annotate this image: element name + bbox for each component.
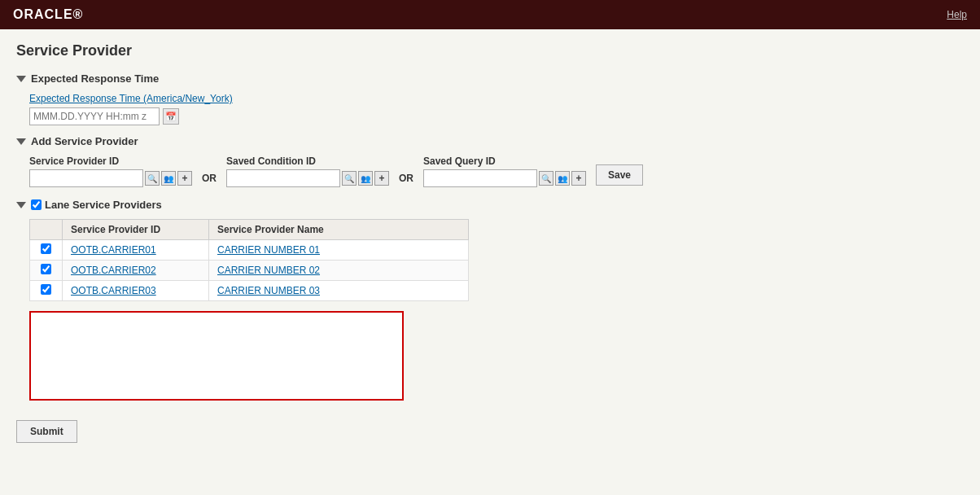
sp-id-label: Service Provider ID: [29, 156, 192, 167]
or-label-1: OR: [202, 172, 217, 187]
sp-table-header-checkbox: [30, 220, 63, 240]
table-row: OOTB.CARRIER01 CARRIER NUMBER 01: [30, 240, 469, 261]
saved-query-search-icon[interactable]: 🔍: [539, 171, 553, 186]
sp-table-header-name: Service Provider Name: [209, 220, 469, 240]
row-checkbox-1[interactable]: [41, 264, 51, 274]
carrier-id-cell[interactable]: OOTB.CARRIER01: [63, 240, 209, 261]
carrier-name-cell[interactable]: CARRIER NUMBER 01: [209, 240, 469, 261]
sp-id-people-icon[interactable]: 👥: [161, 171, 176, 186]
saved-query-add-icon[interactable]: +: [571, 171, 586, 186]
saved-query-label: Saved Query ID: [423, 156, 586, 167]
lane-sp-checkbox[interactable]: [31, 199, 42, 210]
help-link[interactable]: Help: [947, 9, 967, 20]
carrier-name-cell[interactable]: CARRIER NUMBER 03: [209, 281, 469, 301]
add-service-provider-title: Add Service Provider: [31, 135, 138, 147]
carrier-id-cell[interactable]: OOTB.CARRIER02: [63, 261, 209, 281]
expected-response-time-content: Expected Response Time (America/New_York…: [29, 93, 964, 125]
datetime-row: 📅: [29, 107, 964, 125]
datetime-input[interactable]: [29, 107, 160, 125]
saved-condition-people-icon[interactable]: 👥: [358, 171, 373, 186]
sp-fields-row: Service Provider ID 🔍 👥 + OR Saved Condi…: [29, 156, 964, 187]
save-button-container: Save: [596, 164, 643, 187]
submit-button[interactable]: Submit: [16, 420, 77, 443]
sp-id-group: Service Provider ID 🔍 👥 +: [29, 156, 192, 187]
row-checkbox-0[interactable]: [41, 243, 51, 254]
topbar: ORACLE® Help: [0, 0, 980, 29]
saved-condition-input-row: 🔍 👥 +: [226, 169, 389, 187]
row-checkbox-cell: [30, 261, 63, 281]
row-checkbox-cell: [30, 281, 63, 301]
sp-id-add-icon[interactable]: +: [177, 171, 192, 186]
ert-field-label: Expected Response Time (America/New_York…: [29, 93, 964, 104]
sp-id-search-icon[interactable]: 🔍: [145, 171, 160, 186]
page-title: Service Provider: [16, 42, 964, 59]
row-checkbox-cell: [30, 240, 63, 261]
saved-query-group: Saved Query ID 🔍 👥 +: [423, 156, 586, 187]
table-row: OOTB.CARRIER03 CARRIER NUMBER 03: [30, 281, 469, 301]
sp-table: Service Provider ID Service Provider Nam…: [29, 219, 469, 301]
or-label-2: OR: [399, 172, 413, 187]
saved-condition-input[interactable]: [226, 169, 340, 187]
sp-id-input-row: 🔍 👥 +: [29, 169, 192, 187]
expected-response-time-section-header: Expected Response Time: [16, 72, 964, 85]
saved-condition-add-icon[interactable]: +: [374, 171, 389, 186]
calendar-icon[interactable]: 📅: [163, 108, 179, 125]
sp-id-input[interactable]: [29, 169, 143, 187]
collapse-triangle-icon-3[interactable]: [16, 202, 26, 208]
lane-sp-title: Lane Service Providers: [45, 199, 162, 211]
saved-query-input[interactable]: [423, 169, 537, 187]
expected-response-time-title: Expected Response Time: [31, 72, 159, 85]
lane-sp-section-header: Lane Service Providers: [16, 199, 964, 211]
saved-condition-search-icon[interactable]: 🔍: [342, 171, 357, 186]
saved-query-input-row: 🔍 👥 +: [423, 169, 586, 187]
add-sp-content: Service Provider ID 🔍 👥 + OR Saved Condi…: [29, 156, 964, 187]
saved-condition-group: Saved Condition ID 🔍 👥 +: [226, 156, 389, 187]
save-button[interactable]: Save: [596, 164, 643, 186]
saved-query-people-icon[interactable]: 👥: [555, 171, 570, 186]
row-checkbox-2[interactable]: [41, 284, 51, 295]
lane-service-providers-section: Lane Service Providers Service Provider …: [16, 199, 964, 401]
saved-condition-label: Saved Condition ID: [226, 156, 389, 167]
lane-sp-table-container: Service Provider ID Service Provider Nam…: [29, 219, 964, 401]
carrier-id-cell[interactable]: OOTB.CARRIER03: [63, 281, 209, 301]
collapse-triangle-icon-2[interactable]: [16, 138, 26, 145]
oracle-logo: ORACLE®: [13, 7, 83, 22]
main-content: Service Provider Expected Response Time …: [0, 29, 980, 495]
table-row: OOTB.CARRIER02 CARRIER NUMBER 02: [30, 261, 469, 281]
red-outlined-box: [29, 311, 404, 401]
carrier-name-cell[interactable]: CARRIER NUMBER 02: [209, 261, 469, 281]
sp-table-header-id: Service Provider ID: [63, 220, 209, 240]
add-service-provider-section-header: Add Service Provider: [16, 135, 964, 147]
collapse-triangle-icon[interactable]: [16, 76, 26, 82]
